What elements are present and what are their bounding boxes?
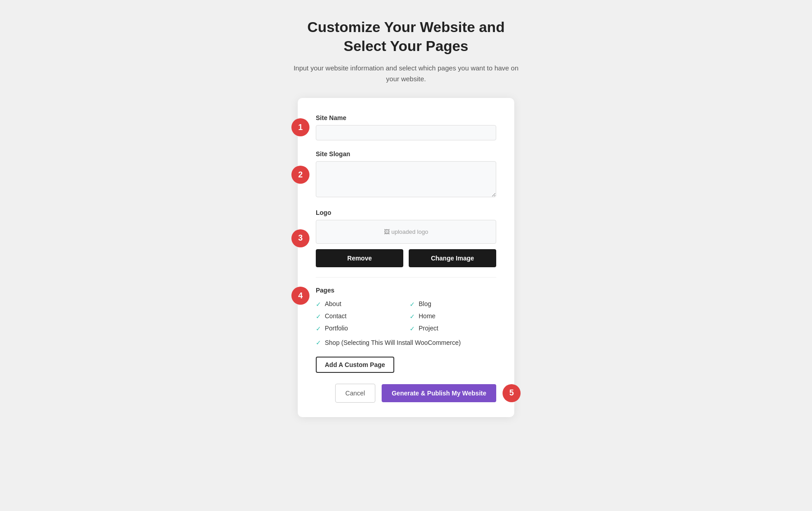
remove-button[interactable]: Remove	[316, 249, 403, 267]
site-name-section: 1 Site Name	[316, 114, 496, 140]
page-item-shop: ✓ Shop (Selecting This Will Install WooC…	[316, 339, 496, 348]
publish-button[interactable]: Generate & Publish My Website	[382, 384, 496, 402]
cancel-button[interactable]: Cancel	[335, 384, 376, 403]
check-icon-contact: ✓	[316, 313, 321, 320]
site-slogan-label: Site Slogan	[316, 150, 496, 158]
change-image-button[interactable]: Change Image	[409, 249, 496, 267]
step-badge-4: 4	[291, 287, 309, 305]
page-item-portfolio: ✓ Portfolio	[316, 325, 402, 332]
check-icon-project: ✓	[410, 325, 415, 332]
page-item-project: ✓ Project	[410, 325, 496, 332]
step-badge-2: 2	[291, 166, 309, 184]
page-item-home: ✓ Home	[410, 312, 496, 320]
check-icon-portfolio: ✓	[316, 325, 321, 332]
pages-section: 4 Pages ✓ About ✓ Blog ✓ Contact ✓ Home	[316, 287, 496, 384]
pages-label: Pages	[316, 287, 496, 294]
logo-preview-text: 🖼 uploaded logo	[384, 228, 428, 235]
check-icon-home: ✓	[410, 313, 415, 320]
page-label-shop[interactable]: Shop (Selecting This Will Install WooCom…	[325, 339, 461, 348]
page-label-about[interactable]: About	[325, 300, 341, 307]
page-title: Customize Your Website and Select Your P…	[307, 18, 504, 56]
logo-section: 3 Logo 🖼 uploaded logo Remove Change Ima…	[316, 209, 496, 267]
site-name-input[interactable]	[316, 125, 496, 140]
site-name-label: Site Name	[316, 114, 496, 121]
page-label-home[interactable]: Home	[419, 312, 435, 320]
step-badge-5: 5	[503, 384, 521, 402]
form-footer: Cancel Generate & Publish My Website 5	[316, 384, 496, 403]
check-icon-blog: ✓	[410, 301, 415, 308]
site-slogan-section: 2 Site Slogan	[316, 150, 496, 199]
page-label-blog[interactable]: Blog	[419, 300, 431, 307]
step-badge-3: 3	[291, 229, 309, 247]
page-item-about: ✓ About	[316, 300, 402, 308]
logo-label: Logo	[316, 209, 496, 216]
check-icon-about: ✓	[316, 301, 321, 308]
pages-grid: ✓ About ✓ Blog ✓ Contact ✓ Home ✓ Portfo…	[316, 300, 496, 332]
divider	[316, 277, 496, 278]
page-subtitle: Input your website information and selec…	[293, 63, 519, 84]
logo-buttons: Remove Change Image	[316, 249, 496, 267]
page-item-blog: ✓ Blog	[410, 300, 496, 308]
form-card: 1 Site Name 2 Site Slogan 3 Logo 🖼 uploa…	[298, 98, 514, 417]
step-badge-1: 1	[291, 118, 309, 136]
logo-preview: 🖼 uploaded logo	[316, 220, 496, 244]
page-item-contact: ✓ Contact	[316, 312, 402, 320]
page-label-portfolio[interactable]: Portfolio	[325, 325, 348, 332]
add-custom-page-button[interactable]: Add A Custom Page	[316, 357, 394, 373]
site-slogan-input[interactable]	[316, 161, 496, 197]
page-label-contact[interactable]: Contact	[325, 312, 346, 320]
page-label-project[interactable]: Project	[419, 325, 438, 332]
check-icon-shop: ✓	[316, 339, 321, 346]
